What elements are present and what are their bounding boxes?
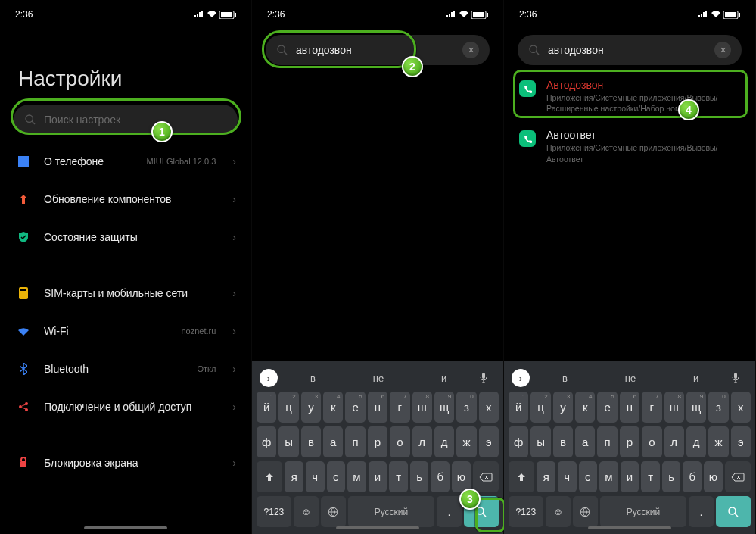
- emoji-key[interactable]: ☺: [294, 496, 319, 527]
- key[interactable]: р: [368, 426, 387, 457]
- mic-icon[interactable]: [731, 372, 748, 384]
- key[interactable]: п: [345, 426, 365, 457]
- key[interactable]: н6: [368, 392, 387, 423]
- key[interactable]: п: [597, 426, 617, 457]
- suggestion[interactable]: не: [348, 373, 409, 384]
- key[interactable]: с: [327, 461, 346, 492]
- numeric-key[interactable]: ?123: [257, 496, 291, 527]
- key[interactable]: о: [390, 426, 409, 457]
- key[interactable]: и: [369, 461, 387, 492]
- suggestion[interactable]: и: [665, 373, 726, 384]
- key[interactable]: л: [664, 426, 684, 457]
- key[interactable]: е5: [597, 392, 617, 423]
- key[interactable]: к4: [575, 392, 595, 423]
- key[interactable]: д: [686, 426, 706, 457]
- key[interactable]: л: [412, 426, 432, 457]
- space-key[interactable]: Русский: [348, 496, 435, 527]
- key[interactable]: б: [683, 461, 702, 492]
- key[interactable]: й1: [509, 392, 528, 423]
- setting-item[interactable]: О телефонеMIUI Global 12.0.3›: [0, 142, 251, 180]
- chevron-right-icon[interactable]: ›: [512, 369, 530, 387]
- key[interactable]: ю: [704, 461, 723, 492]
- shift-key[interactable]: [509, 461, 534, 492]
- language-key[interactable]: [321, 496, 346, 527]
- backspace-key[interactable]: [725, 461, 751, 492]
- key[interactable]: а: [575, 426, 595, 457]
- key[interactable]: а: [323, 426, 343, 457]
- key[interactable]: з0: [708, 392, 728, 423]
- search-result[interactable]: АвтоответПриложения/Системные приложения…: [504, 121, 755, 171]
- key[interactable]: н6: [620, 392, 639, 423]
- key[interactable]: ц2: [278, 392, 298, 423]
- key[interactable]: щ9: [686, 392, 706, 423]
- suggestion[interactable]: в: [282, 373, 344, 384]
- search-key[interactable]: [716, 496, 751, 527]
- clear-icon[interactable]: ✕: [714, 42, 731, 58]
- key[interactable]: э: [731, 426, 751, 457]
- key[interactable]: и: [621, 461, 639, 492]
- setting-item[interactable]: SIM-карты и мобильные сети›: [0, 274, 251, 312]
- key[interactable]: х: [731, 392, 751, 423]
- key[interactable]: ы: [530, 426, 550, 457]
- key[interactable]: э: [479, 426, 499, 457]
- key[interactable]: е5: [345, 392, 365, 423]
- key[interactable]: ж: [456, 426, 476, 457]
- chevron-right-icon[interactable]: ›: [260, 369, 278, 387]
- period-key[interactable]: .: [437, 496, 462, 527]
- language-key[interactable]: [573, 496, 598, 527]
- keyboard[interactable]: ›внеий1ц2у3к4е5н6г7ш8щ9з0хфывапролджэячс…: [504, 361, 755, 534]
- key[interactable]: ь: [662, 461, 681, 492]
- key[interactable]: у3: [553, 392, 573, 423]
- key[interactable]: ш8: [412, 392, 432, 423]
- key[interactable]: ш8: [664, 392, 684, 423]
- key[interactable]: с: [579, 461, 598, 492]
- search-result[interactable]: АвтодозвонПриложения/Системные приложени…: [504, 71, 755, 121]
- search-input[interactable]: автодозвон ✕: [266, 35, 490, 65]
- key[interactable]: ь: [410, 461, 429, 492]
- key[interactable]: з0: [456, 392, 476, 423]
- search-input[interactable]: автодозвон ✕: [518, 35, 742, 65]
- clear-icon[interactable]: ✕: [462, 42, 479, 58]
- numeric-key[interactable]: ?123: [509, 496, 543, 527]
- key[interactable]: ф: [257, 426, 276, 457]
- key[interactable]: в: [553, 426, 573, 457]
- space-key[interactable]: Русский: [600, 496, 687, 527]
- setting-item[interactable]: Подключение и общий доступ›: [0, 388, 251, 426]
- key[interactable]: к4: [323, 392, 343, 423]
- mic-icon[interactable]: [479, 372, 496, 384]
- key[interactable]: г7: [390, 392, 409, 423]
- key[interactable]: х: [479, 392, 499, 423]
- key[interactable]: у3: [301, 392, 321, 423]
- key[interactable]: ж: [708, 426, 728, 457]
- key[interactable]: б: [431, 461, 450, 492]
- period-key[interactable]: .: [689, 496, 714, 527]
- home-indicator[interactable]: [84, 526, 167, 529]
- suggestion[interactable]: в: [534, 373, 596, 384]
- key[interactable]: ы: [278, 426, 298, 457]
- suggestion[interactable]: и: [413, 373, 474, 384]
- setting-item[interactable]: BluetoothОткл›: [0, 350, 251, 388]
- backspace-key[interactable]: [473, 461, 499, 492]
- key[interactable]: ц2: [530, 392, 550, 423]
- key[interactable]: м: [599, 461, 618, 492]
- key[interactable]: т: [389, 461, 408, 492]
- shift-key[interactable]: [257, 461, 282, 492]
- key[interactable]: р: [620, 426, 639, 457]
- key[interactable]: т: [641, 461, 660, 492]
- search-input[interactable]: Поиск настроек: [14, 105, 238, 135]
- key[interactable]: ч: [306, 461, 325, 492]
- key[interactable]: ф: [509, 426, 528, 457]
- key[interactable]: м: [347, 461, 366, 492]
- emoji-key[interactable]: ☺: [546, 496, 571, 527]
- key[interactable]: г7: [642, 392, 661, 423]
- key[interactable]: я: [537, 461, 555, 492]
- home-indicator[interactable]: [588, 526, 671, 529]
- key[interactable]: о: [642, 426, 661, 457]
- home-indicator[interactable]: [336, 526, 419, 529]
- setting-item[interactable]: Обновление компонентов›: [0, 180, 251, 218]
- suggestion[interactable]: не: [600, 373, 661, 384]
- key[interactable]: я: [285, 461, 303, 492]
- key[interactable]: ю: [452, 461, 471, 492]
- setting-item[interactable]: Блокировка экрана›: [0, 444, 251, 482]
- key[interactable]: щ9: [434, 392, 454, 423]
